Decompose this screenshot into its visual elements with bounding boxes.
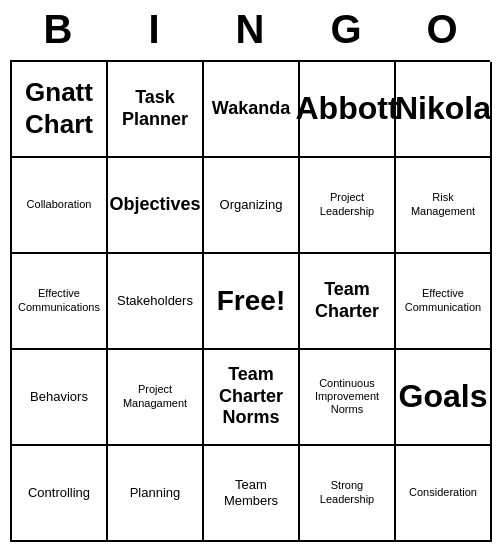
bingo-card: BINGO Gnatt ChartTask PlannerWakandaAbbo… xyxy=(10,3,490,542)
bingo-cell-3[interactable]: Abbott xyxy=(300,62,396,158)
bingo-letter-b: B xyxy=(14,7,102,52)
bingo-cell-24[interactable]: Consideration xyxy=(396,446,492,542)
bingo-cell-4[interactable]: Nikola xyxy=(396,62,492,158)
bingo-grid: Gnatt ChartTask PlannerWakandaAbbottNiko… xyxy=(10,60,490,542)
bingo-cell-16[interactable]: Project Managament xyxy=(108,350,204,446)
bingo-letter-i: I xyxy=(110,7,198,52)
bingo-cell-2[interactable]: Wakanda xyxy=(204,62,300,158)
bingo-cell-20[interactable]: Controlling xyxy=(12,446,108,542)
bingo-cell-23[interactable]: Strong Leadership xyxy=(300,446,396,542)
bingo-letter-g: G xyxy=(302,7,390,52)
bingo-cell-21[interactable]: Planning xyxy=(108,446,204,542)
bingo-cell-8[interactable]: Project Leadership xyxy=(300,158,396,254)
bingo-header: BINGO xyxy=(10,3,490,60)
bingo-cell-9[interactable]: Risk Management xyxy=(396,158,492,254)
bingo-cell-15[interactable]: Behaviors xyxy=(12,350,108,446)
bingo-cell-1[interactable]: Task Planner xyxy=(108,62,204,158)
bingo-cell-10[interactable]: Effective Communications xyxy=(12,254,108,350)
bingo-cell-11[interactable]: Stakeholders xyxy=(108,254,204,350)
bingo-cell-14[interactable]: Effective Communication xyxy=(396,254,492,350)
bingo-cell-0[interactable]: Gnatt Chart xyxy=(12,62,108,158)
bingo-cell-17[interactable]: Team Charter Norms xyxy=(204,350,300,446)
bingo-cell-12[interactable]: Free! xyxy=(204,254,300,350)
bingo-cell-19[interactable]: Goals xyxy=(396,350,492,446)
bingo-cell-7[interactable]: Organizing xyxy=(204,158,300,254)
bingo-cell-18[interactable]: Continuous Improvement Norms xyxy=(300,350,396,446)
bingo-cell-6[interactable]: Objectives xyxy=(108,158,204,254)
bingo-cell-22[interactable]: Team Members xyxy=(204,446,300,542)
bingo-letter-n: N xyxy=(206,7,294,52)
bingo-cell-5[interactable]: Collaboration xyxy=(12,158,108,254)
bingo-cell-13[interactable]: Team Charter xyxy=(300,254,396,350)
bingo-letter-o: O xyxy=(398,7,486,52)
